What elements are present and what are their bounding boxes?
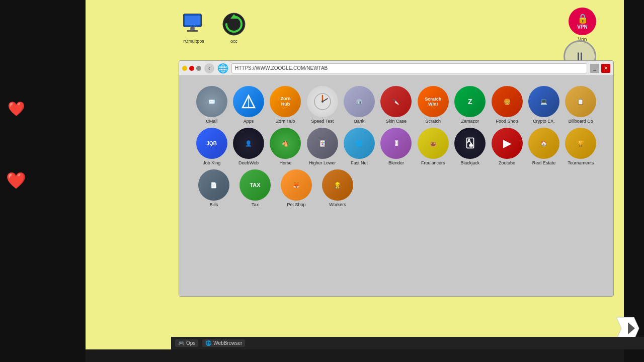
- app-realestate[interactable]: 🏠 Real Estate: [526, 128, 561, 165]
- browser-traffic-lights: [182, 66, 201, 71]
- app-apps[interactable]: Apps: [231, 86, 266, 124]
- browser-close-button[interactable]: ✕: [601, 64, 610, 73]
- app-cryptoex[interactable]: 💻 Crypto EX.: [526, 86, 561, 124]
- app-row-2: JQB Job King 👤 DeebWeb 🐴 Horse 🃏 Higher …: [194, 128, 598, 165]
- desktop-icon-computer[interactable]: rOmultpos: [176, 10, 211, 44]
- browser-window: ‹ 🌐 HTTPS://WWW.ZOOGLE.COM/NEWTAB _ ✕ ✉️…: [179, 60, 614, 297]
- app-deepweb[interactable]: 👤 DeebWeb: [231, 128, 266, 165]
- app-horse[interactable]: 🐴 Horse: [268, 128, 303, 165]
- svg-point-11: [321, 101, 324, 103]
- browser-dot-yellow: [182, 66, 187, 71]
- vpn-lock-icon: 🔒: [577, 13, 588, 24]
- app-petshop[interactable]: 🦊 Pet Shop: [277, 169, 316, 207]
- browser-url-text: HTTPS://WWW.ZOOGLE.COM/NEWTAB: [235, 65, 328, 71]
- browser-back-button[interactable]: ‹: [204, 63, 214, 73]
- browser-url-bar[interactable]: HTTPS://WWW.ZOOGLE.COM/NEWTAB: [231, 63, 587, 73]
- taskbar-item-ops[interactable]: 🎮 Ops: [175, 339, 198, 347]
- vpn-circle: 🔒 VPN: [569, 8, 596, 35]
- browser-toolbar: ‹ 🌐 HTTPS://WWW.ZOOGLE.COM/NEWTAB _ ✕: [179, 61, 613, 76]
- computer-icon-label: rOmultpos: [183, 39, 204, 44]
- app-freelancers[interactable]: 👜 Freelancers: [416, 128, 450, 165]
- app-skincase[interactable]: 🔪 Skin Case: [379, 86, 414, 124]
- app-higherlower[interactable]: 🃏 Higher Lower: [305, 128, 340, 165]
- app-jobking[interactable]: JQB Job King: [194, 128, 229, 165]
- browser-dot-red: [189, 66, 194, 71]
- newtab-content: ✉️ CMail Apps: [179, 76, 613, 296]
- app-zamazor[interactable]: Z Zamazor: [453, 86, 488, 124]
- svg-rect-4: [187, 30, 198, 32]
- app-row-1: ✉️ CMail Apps: [194, 86, 598, 124]
- webbrowser-label: WebBrowser: [213, 340, 242, 346]
- ops-icon: 🎮: [178, 340, 184, 346]
- browser-dot-gray: [196, 66, 201, 71]
- vpn-badge: VPN: [577, 24, 588, 30]
- app-zoutube[interactable]: ▶ Zoutube: [490, 128, 524, 165]
- taskbar-left: 🎮 Ops 🌐 WebBrowser: [175, 339, 245, 347]
- browser-minimize-button[interactable]: _: [590, 64, 599, 73]
- desktop: rOmultpos occ 🔒 VPN Vpn ⏸ ❤️: [86, 0, 624, 349]
- app-cmail[interactable]: ✉️ CMail: [194, 86, 229, 124]
- browser-globe-icon: 🌐: [217, 63, 228, 74]
- app-workers[interactable]: 👷 Workers: [318, 169, 357, 207]
- app-grid: ✉️ CMail Apps: [194, 86, 598, 207]
- app-tournaments[interactable]: 🏆 Tournaments: [564, 128, 598, 165]
- svg-rect-5: [191, 27, 194, 30]
- computer-icon: [180, 10, 208, 38]
- taskbar-item-webbrowser[interactable]: 🌐 WebBrowser: [202, 339, 245, 347]
- app-foodshop[interactable]: 🍔 Food Shop: [490, 86, 524, 124]
- app-blackjack[interactable]: 🂡 Blackjack: [453, 128, 488, 165]
- desktop-icon-refresh[interactable]: occ: [216, 10, 252, 44]
- app-tax[interactable]: TAX Tax: [235, 169, 275, 207]
- app-speedtest[interactable]: Speed Test: [305, 86, 340, 124]
- side-right-panel: [624, 0, 644, 362]
- refresh-icon-label: occ: [230, 39, 237, 44]
- app-scratch[interactable]: ScratchWin! Scratch: [416, 86, 450, 124]
- app-fastnet[interactable]: 🌐 Fast Net: [342, 128, 376, 165]
- ops-label: Ops: [186, 340, 195, 346]
- app-zornhub[interactable]: ZornHub Zorn Hub: [268, 86, 303, 124]
- app-blender[interactable]: 🎛 Blender: [379, 128, 414, 165]
- refresh-icon: [220, 10, 248, 38]
- webbrowser-icon: 🌐: [205, 340, 211, 346]
- vpn-button[interactable]: 🔒 VPN Vpn: [569, 8, 596, 42]
- app-row-3: 📄 Bills TAX Tax 🦊 Pet Shop 👷 Workers: [194, 169, 598, 207]
- heart-monitor-icon: ❤️: [6, 171, 26, 190]
- app-bank[interactable]: 🏛️ Bank: [342, 86, 376, 124]
- svg-rect-2: [185, 16, 200, 25]
- browser-window-controls: _ ✕: [590, 64, 610, 73]
- taskbar: 🎮 Ops 🌐 WebBrowser 🔊 12:29: [171, 337, 644, 349]
- desktop-icons: rOmultpos occ: [176, 10, 252, 44]
- app-bills[interactable]: 📄 Bills: [194, 169, 233, 207]
- app-billboard[interactable]: 📋 Billboard Co: [564, 86, 598, 124]
- heart-rate-icon: ❤️: [8, 101, 25, 117]
